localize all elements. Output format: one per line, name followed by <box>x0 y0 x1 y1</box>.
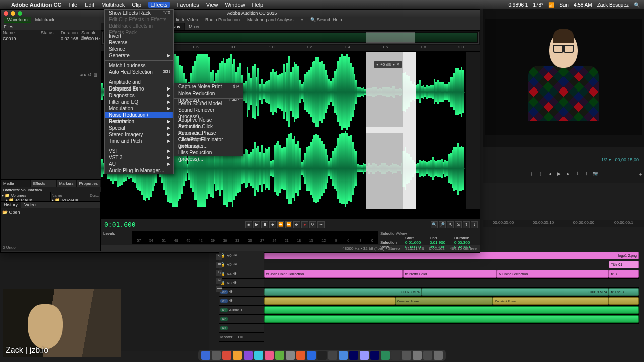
dock-app-icon[interactable] <box>317 351 327 360</box>
smi-capture[interactable]: Capture Noise Print⇧P <box>174 83 243 90</box>
track-label[interactable]: V5 <box>227 262 232 267</box>
clip-audio-1d[interactable] <box>609 297 639 305</box>
clip-audio-1b[interactable]: Constant Power <box>395 297 493 305</box>
mixer-tab[interactable]: Mixer <box>185 23 204 30</box>
smi-nr[interactable]: Noise Reduction (process)...⇧⌘P <box>174 90 243 97</box>
dock-app-icon[interactable] <box>265 351 274 360</box>
menu-favorites[interactable]: Favorites <box>177 2 199 8</box>
track-label[interactable]: Audio 1 <box>229 308 243 312</box>
dock-app-icon[interactable] <box>370 351 379 360</box>
dock-app-icon[interactable] <box>434 351 443 360</box>
dock-app-icon[interactable] <box>307 351 316 360</box>
dock-app-icon[interactable] <box>413 351 422 360</box>
smi-adaptive[interactable]: Adaptive Noise Reduction... <box>174 117 243 123</box>
dock-app-icon[interactable] <box>222 351 231 360</box>
tab-effects-rack[interactable]: Effects Rack <box>31 180 57 187</box>
play-button[interactable]: ▶ <box>253 221 260 228</box>
dock-app-icon[interactable] <box>391 351 400 360</box>
mi-generate[interactable]: Generate▶ <box>105 52 173 59</box>
clip-c19[interactable]: C0019.MP4 <box>422 288 609 296</box>
clip-logo[interactable]: logo1-2.png <box>264 252 639 259</box>
app-name[interactable]: Adobe Audition CC <box>11 2 61 8</box>
selection-region[interactable] <box>366 52 416 209</box>
dock-app-icon[interactable] <box>233 351 242 360</box>
dock-app-icon[interactable] <box>381 351 390 360</box>
pp-time-ruler[interactable]: 00;00;05;00 00;00;05;15 00;00;06;00 00;0… <box>483 220 644 227</box>
mi-noise[interactable]: Noise Reduction / Restoration▶ <box>105 112 173 118</box>
waveform-mode-button[interactable]: Waveform <box>4 17 31 23</box>
mi-filter[interactable]: Filter and EQ▶ <box>105 99 173 105</box>
clip-audio-2[interactable] <box>264 306 639 314</box>
menu-edit[interactable]: Edit <box>85 2 94 8</box>
col-duration[interactable]: Duration <box>61 30 81 36</box>
smi-click[interactable]: Automatic Click Remover... <box>174 123 243 130</box>
zoom-in-v-icon[interactable]: ⇡ <box>463 221 470 228</box>
ripple-tool-icon[interactable]: ⇆ <box>216 270 222 276</box>
zoom-out-v-icon[interactable]: ⇣ <box>471 221 478 228</box>
dock-app-icon[interactable] <box>286 351 295 360</box>
clip-pretty[interactable]: fx Pretty Color <box>403 270 497 278</box>
zoom-in-icon[interactable]: 🔍 <box>431 221 438 228</box>
title-bar[interactable]: Adobe Audition CC 2015 <box>1 10 480 17</box>
menu-window[interactable]: Window <box>225 2 245 8</box>
mi-stereo[interactable]: Stereo Imagery▶ <box>105 131 173 138</box>
mi-invert[interactable]: Invert <box>105 33 173 39</box>
razor-tool-icon[interactable]: ✂ <box>216 278 222 284</box>
mi-au[interactable]: AU▶ <box>105 161 173 167</box>
monitor-ratio[interactable]: 1/2 <box>601 157 608 162</box>
dock-app-icon[interactable] <box>275 351 284 360</box>
step-back-icon[interactable]: ◂ <box>547 171 553 177</box>
add-icon[interactable]: ＋ <box>637 171 643 177</box>
mi-show-rack[interactable]: Show Effects Rack⌥0 <box>105 10 173 16</box>
wifi-icon[interactable]: 📶 <box>548 2 554 8</box>
timecode[interactable]: 0:01.600 <box>101 221 139 228</box>
mi-diag[interactable]: Diagnostics▶ <box>105 92 173 99</box>
menu-effects[interactable]: Effects <box>148 2 169 8</box>
dock-app-icon[interactable] <box>339 351 348 360</box>
smi-learn[interactable]: Learn Sound Model <box>174 100 243 107</box>
rewind-button[interactable]: ⏪ <box>277 221 284 228</box>
record-button[interactable]: ● <box>301 221 308 228</box>
pp-timeline-clips[interactable]: logo1-2.png Title 01 fx Josh Color Corre… <box>264 251 639 332</box>
close-icon[interactable] <box>4 11 8 16</box>
forward-button[interactable]: ⏩ <box>285 221 292 228</box>
zoom-sel-icon[interactable]: ⇲ <box>455 221 462 228</box>
clip-cc[interactable]: fx Color Correction <box>497 270 609 278</box>
files-panel-header[interactable]: Files <box>1 23 101 30</box>
track-label[interactable]: V3 <box>227 281 232 285</box>
mi-special[interactable]: Special▶ <box>105 125 173 131</box>
dock-app-icon[interactable] <box>254 351 263 360</box>
clip-title[interactable]: Title 01 <box>609 261 639 268</box>
file-row[interactable]: C0019 A...racted_1.wav0:02.16848000 Hz <box>1 36 101 42</box>
mark-in-icon[interactable]: { <box>529 171 535 177</box>
clip-audio-1c[interactable]: Constant Power <box>493 297 609 305</box>
menu-multitrack[interactable]: Multitrack <box>101 2 125 8</box>
extract-icon[interactable]: ⤵ <box>583 171 589 177</box>
mi-time[interactable]: Time and Pitch▶ <box>105 138 173 144</box>
stop-button[interactable]: ■ <box>245 221 252 228</box>
search-icon[interactable]: 🔍 <box>634 2 640 8</box>
mac-dock[interactable] <box>198 350 446 361</box>
mi-amp[interactable]: Amplitude and Compression▶ <box>105 79 173 85</box>
go-start-button[interactable]: ⏮ <box>269 221 276 228</box>
mi-mod[interactable]: Modulation▶ <box>105 105 173 112</box>
maximize-icon[interactable] <box>18 11 22 16</box>
menu-view[interactable]: View <box>206 2 218 8</box>
zoom-out-icon[interactable]: 🔎 <box>439 221 446 228</box>
track-select-icon[interactable]: ⇄ <box>216 262 222 268</box>
mi-reverse[interactable]: Reverse <box>105 39 173 46</box>
col-status[interactable]: Status <box>41 30 61 36</box>
dock-app-icon[interactable] <box>212 351 221 360</box>
dock-app-icon[interactable] <box>423 351 432 360</box>
smi-clickpop[interactable]: Click/Pop Eliminator (process)... <box>174 136 243 143</box>
lift-icon[interactable]: ⤴ <box>574 171 580 177</box>
status-user[interactable]: Zack Bosquez <box>597 2 629 8</box>
dock-app-icon[interactable] <box>360 351 369 360</box>
smi-dehum[interactable]: DeHummer... <box>174 143 243 149</box>
workspace-master[interactable]: Mastering and Analysis <box>247 17 294 22</box>
dock-app-icon[interactable] <box>402 351 411 360</box>
tab-properties[interactable]: Properties <box>77 180 101 187</box>
col-rate[interactable]: Sample Rate <box>81 30 101 36</box>
mi-vst[interactable]: VST▶ <box>105 148 173 154</box>
play-icon[interactable]: ▶ <box>556 171 562 177</box>
